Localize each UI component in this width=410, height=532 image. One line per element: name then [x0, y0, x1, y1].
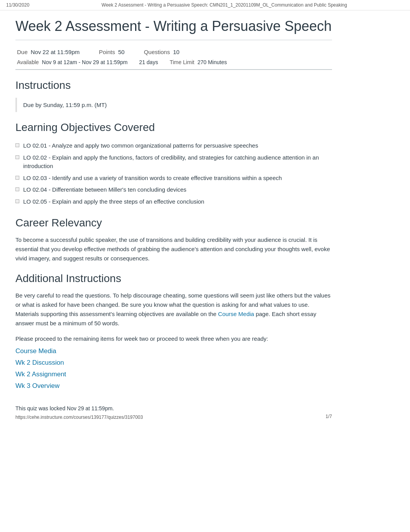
- footer-url: https://cehe.instructure.com/courses/139…: [15, 415, 143, 420]
- questions-label: Questions: [144, 49, 170, 55]
- additional-para1: Be very careful to read the questions. T…: [15, 291, 332, 328]
- lo-bullet-icon: [15, 199, 19, 203]
- available-value: Nov 9 at 12am - Nov 29 at 11:59pm: [42, 59, 128, 65]
- instructions-title: Instructions: [15, 79, 332, 92]
- instructions-text: Due by Sunday, 11:59 p.m. (MT): [23, 102, 326, 108]
- meta-bottom-row: Available Nov 9 at 12am - Nov 29 at 11:5…: [15, 58, 332, 70]
- nav-link[interactable]: Wk 2 Assignment: [15, 371, 332, 378]
- locked-text: This quiz was locked Nov 29 at 11:59pm.: [15, 405, 332, 411]
- career-body: To become a successful public speaker, t…: [15, 235, 332, 263]
- links-section: Course MediaWk 2 DiscussionWk 2 Assignme…: [15, 347, 332, 390]
- career-title: Career Relevancy: [15, 217, 332, 229]
- time-limit-value: 270 Minutes: [197, 59, 227, 65]
- meta-top-row: Due Nov 22 at 11:59pm Points 50 Question…: [15, 46, 332, 58]
- lo-title: Learning Objectives Covered: [15, 121, 332, 134]
- list-item: LO 02.03 - Identify and use a variety of…: [15, 172, 332, 184]
- lo-item-text: LO 02.01 - Analyze and apply two common …: [23, 141, 258, 150]
- additional-title: Additional Instructions: [15, 272, 332, 285]
- browser-title: Week 2 Assessment - Writing a Persuasive…: [45, 2, 404, 8]
- due-item: Due Nov 22 at 11:59pm: [17, 49, 80, 55]
- points-value: 50: [118, 49, 125, 55]
- available-label: Available: [17, 59, 39, 65]
- meta-section: Due Nov 22 at 11:59pm Points 50 Question…: [15, 46, 332, 70]
- instructions-body: Due by Sunday, 11:59 p.m. (MT): [15, 98, 332, 112]
- additional-para2: Please proceed to the remaining items fo…: [15, 334, 332, 343]
- questions-value: 10: [173, 49, 180, 55]
- days-item: 21 days: [139, 59, 158, 65]
- points-label: Points: [99, 49, 115, 55]
- days-value: 21 days: [139, 59, 158, 65]
- due-label: Due: [17, 49, 28, 55]
- questions-item: Questions 10: [144, 49, 180, 55]
- nav-link[interactable]: Course Media: [15, 347, 332, 355]
- page-number: 1/7: [325, 414, 332, 419]
- lo-item-text: LO 02.05 - Explain and apply the three s…: [23, 197, 204, 206]
- list-item: LO 02.01 - Analyze and apply two common …: [15, 140, 332, 152]
- due-value: Nov 22 at 11:59pm: [31, 49, 80, 55]
- course-media-inline-link[interactable]: Course Media: [218, 311, 254, 317]
- quiz-title: Week 2 Assessment - Writing a Persuasive…: [15, 10, 332, 40]
- lo-bullet-icon: [15, 187, 19, 191]
- list-item: LO 02.05 - Explain and apply the three s…: [15, 196, 332, 208]
- lo-item-text: LO 02.02 - Explain and apply the functio…: [23, 153, 332, 171]
- lo-bullet-icon: [15, 176, 19, 180]
- page-content: Week 2 Assessment - Writing a Persuasive…: [0, 10, 347, 435]
- points-item: Points 50: [99, 49, 124, 55]
- locked-notice: This quiz was locked Nov 29 at 11:59pm. …: [15, 401, 332, 420]
- list-item: LO 02.04 - Differentiate between Miller'…: [15, 184, 332, 196]
- lo-item-text: LO 02.04 - Differentiate between Miller'…: [23, 185, 186, 194]
- available-item: Available Nov 9 at 12am - Nov 29 at 11:5…: [17, 59, 127, 65]
- nav-link[interactable]: Wk 2 Discussion: [15, 359, 332, 367]
- browser-date: 11/30/2020: [6, 2, 45, 8]
- lo-bullet-icon: [15, 143, 19, 147]
- time-limit-label: Time Limit: [169, 59, 194, 65]
- lo-item-text: LO 02.03 - Identify and use a variety of…: [23, 174, 282, 183]
- list-item: LO 02.02 - Explain and apply the functio…: [15, 152, 332, 172]
- time-limit-item: Time Limit 270 Minutes: [169, 59, 227, 65]
- nav-link[interactable]: Wk 3 Overview: [15, 382, 332, 390]
- lo-bullet-icon: [15, 155, 19, 159]
- lo-list: LO 02.01 - Analyze and apply two common …: [15, 140, 332, 207]
- browser-bar: 11/30/2020 Week 2 Assessment - Writing a…: [0, 0, 410, 10]
